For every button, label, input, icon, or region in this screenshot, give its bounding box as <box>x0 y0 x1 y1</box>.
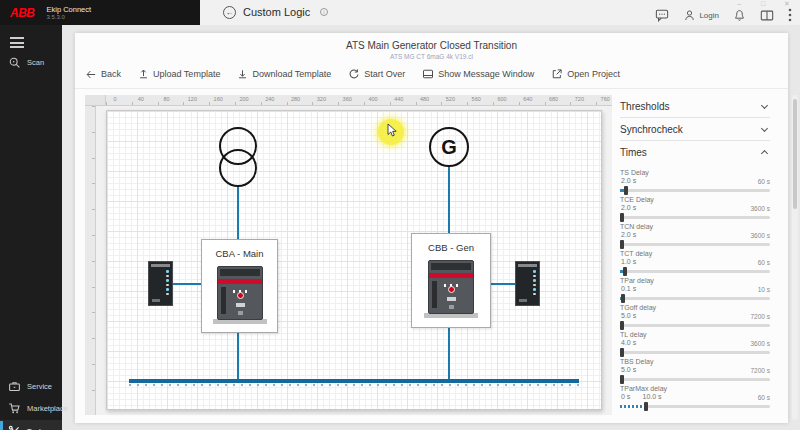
slider-row: TCN delay 2.0 s 3600 s <box>620 222 770 249</box>
wire-module-to-cba <box>173 283 201 285</box>
ruler-horizontal: 0408012016020024028032036040044048052056… <box>106 95 612 106</box>
sidebar-item-marketplace[interactable]: Marketplace <box>0 398 62 418</box>
slider-track[interactable] <box>620 348 770 357</box>
info-icon[interactable]: i <box>320 8 328 16</box>
slider-track[interactable] <box>620 267 770 276</box>
minimize-button[interactable]: – <box>732 0 746 7</box>
slider-handle[interactable] <box>620 240 624 249</box>
ruler-tick: 0 <box>106 96 124 102</box>
message-window-icon <box>422 68 434 80</box>
sliders-list: TS Delay 2.0 s 60 s TCE Delay 2.0 s 3600… <box>620 168 770 411</box>
ruler-tick: 280 <box>287 96 305 102</box>
back-arrow-icon <box>85 69 97 80</box>
upload-template-button[interactable]: Upload Template <box>138 68 220 80</box>
ruler-corner <box>85 95 106 106</box>
wire-cbb-to-bus <box>448 328 450 379</box>
scrollbar-thumb[interactable] <box>793 99 797 209</box>
device-box-cbb-gen[interactable]: CBB - Gen <box>411 233 491 328</box>
slider-handle[interactable] <box>623 267 627 276</box>
slider-label: TS Delay <box>620 168 770 177</box>
login-button[interactable]: Login <box>683 9 719 22</box>
generator-symbol[interactable]: G <box>429 127 469 167</box>
slider-track[interactable] <box>620 375 770 384</box>
slider-track[interactable] <box>620 402 770 411</box>
slider-track[interactable] <box>620 240 770 249</box>
slider-handle[interactable] <box>620 213 624 222</box>
download-template-button[interactable]: Download Template <box>237 68 331 80</box>
slider-value: 4.0 s <box>621 339 636 346</box>
chat-icon[interactable] <box>655 9 669 22</box>
notifications-icon[interactable] <box>733 9 746 22</box>
chevron-down-icon <box>761 102 768 109</box>
page-title: Custom Logic <box>243 6 310 18</box>
open-project-button[interactable]: Open Project <box>551 68 620 80</box>
service-icon <box>8 380 21 393</box>
download-icon <box>237 68 248 80</box>
ruler-tick: 400 <box>364 96 382 102</box>
slider-track[interactable] <box>620 294 770 303</box>
slider-track[interactable] <box>620 213 770 222</box>
hamburger-menu-icon[interactable] <box>10 37 24 48</box>
scan-icon <box>8 56 21 69</box>
device-box-cba-main[interactable]: CBA - Main <box>201 239 278 333</box>
panel-scrollbar[interactable] <box>792 95 798 420</box>
slider-handle[interactable] <box>620 348 624 357</box>
device-label: CBA - Main <box>202 248 277 259</box>
ruler-tick: 560 <box>467 96 485 102</box>
slider-value: 5.0 s <box>621 312 636 319</box>
wire-cba-to-bus <box>237 333 239 379</box>
section-thresholds[interactable]: Thresholds <box>620 95 770 118</box>
section-synchrocheck[interactable]: Synchrocheck <box>620 118 770 141</box>
ruler-tick: 440 <box>390 96 408 102</box>
toolbar: Back Upload Template Download Template <box>85 65 778 83</box>
busbar[interactable] <box>129 379 579 383</box>
project-subtitle: ATS MG CT 6maG 4k V19.cl <box>75 53 788 60</box>
divider <box>75 88 788 89</box>
busbar-dashes <box>129 384 579 386</box>
slider-handle[interactable] <box>624 186 628 195</box>
section-times[interactable]: Times <box>620 141 770 164</box>
slider-handle[interactable] <box>620 321 624 330</box>
show-message-window-button[interactable]: Show Message Window <box>422 68 534 80</box>
slider-max-label: 3600 s <box>750 232 770 239</box>
wire-cbb-to-module <box>491 283 515 285</box>
slider-max-label: 7200 s <box>750 313 770 320</box>
slider-value: 5.0 s <box>621 366 636 373</box>
circuit-breaker-image <box>217 266 263 324</box>
slider-max-label: 3600 s <box>750 205 770 212</box>
slider-row: TS Delay 2.0 s 60 s <box>620 168 770 195</box>
app-window: ABB Ekip Connect 3.5.3.0 ← Custom Logic … <box>0 0 800 430</box>
book-icon[interactable] <box>760 9 774 22</box>
ruler-tick: 120 <box>183 96 201 102</box>
slider-max-label: 60 s <box>758 178 770 185</box>
ruler-vertical <box>85 106 96 415</box>
slider-label: TBS Delay <box>620 357 770 366</box>
slider-track[interactable] <box>620 321 770 330</box>
slider-handle[interactable] <box>620 375 624 384</box>
slider-row: TCT delay 1.0 s 60 s <box>620 249 770 276</box>
slider-handle[interactable] <box>621 294 625 303</box>
sidebar-item-service[interactable]: Service <box>0 376 62 396</box>
maximize-button[interactable]: □ <box>756 0 770 7</box>
slider-track[interactable] <box>620 186 770 195</box>
sidebar-item-scan[interactable]: Scan <box>0 52 62 72</box>
back-button[interactable]: Back <box>85 69 121 80</box>
device-label: CBB - Gen <box>412 242 490 253</box>
main-card: ATS Main Generator Closed Transition ATS… <box>75 33 788 423</box>
relay-module-right[interactable] <box>515 261 540 306</box>
slider-max-label: 60 s <box>758 259 770 266</box>
ruler-tick: 200 <box>235 96 253 102</box>
chevron-down-icon <box>761 125 768 132</box>
slider-handle[interactable] <box>644 402 648 411</box>
start-over-button[interactable]: Start Over <box>348 68 405 80</box>
back-icon[interactable]: ← <box>223 6 236 19</box>
slider-row: TParMax delay 0 s 10.0 s 60 s <box>620 384 770 411</box>
diagram-canvas[interactable]: G CBA - Main CBB - Ge <box>106 110 602 410</box>
slider-label: TGoff delay <box>620 303 770 312</box>
relay-module-left[interactable] <box>148 261 173 306</box>
brand-block: ABB Ekip Connect 3.5.3.0 <box>0 0 200 25</box>
ruler-tick: 360 <box>338 96 356 102</box>
kebab-menu-icon[interactable] <box>788 8 792 22</box>
sidebar-item-tools[interactable]: Tools <box>0 420 62 430</box>
slider-value: 2.0 s <box>621 177 636 184</box>
